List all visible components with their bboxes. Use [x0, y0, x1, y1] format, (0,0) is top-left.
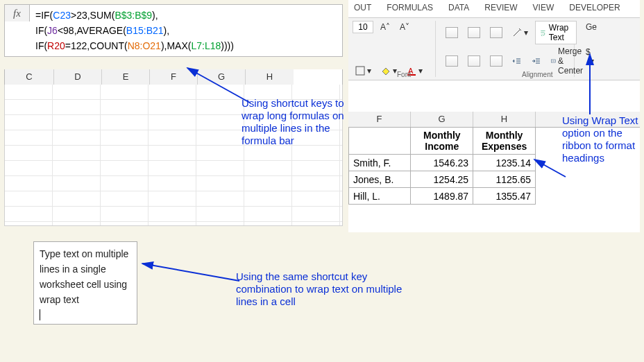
table-cell[interactable]: Smith, F. [349, 155, 411, 171]
range-ref: L7:L18 [191, 40, 221, 51]
fx-icon[interactable]: fx [5, 5, 30, 21]
orientation-button[interactable]: ▾ [509, 26, 531, 39]
formula-text: IF( [35, 25, 47, 36]
currency-button[interactable]: $ [583, 46, 600, 58]
wrap-text-cell[interactable]: Type text on multiple lines in a single … [33, 241, 137, 325]
range-ref: B15:B21 [126, 25, 164, 36]
decrease-font-button[interactable]: A˅ [397, 21, 412, 33]
decrease-indent-button[interactable] [509, 55, 525, 67]
cell-ref: J6 [47, 25, 58, 36]
range-ref: B$3:B$9 [115, 10, 152, 21]
table-header-cell[interactable]: Monthly Expenses [473, 128, 536, 155]
font-size-input[interactable]: 10 [353, 21, 373, 33]
table-cell[interactable]: 1355.47 [473, 188, 536, 205]
table-cell[interactable]: Hill, L. [349, 188, 411, 205]
table-cell[interactable]: 1489.87 [411, 188, 473, 205]
data-table: Monthly Income Monthly Expenses Smith, F… [348, 128, 536, 205]
svg-rect-0 [356, 67, 364, 75]
align-middle-button[interactable] [465, 26, 483, 40]
table-header-cell[interactable] [349, 128, 411, 155]
svg-line-5 [142, 264, 239, 281]
ribbon-tab[interactable]: VIEW [533, 3, 554, 17]
indent-right-icon [532, 56, 541, 66]
formula-text: =122,COUNT( [65, 40, 128, 51]
align-center-icon [468, 55, 480, 67]
ribbon-group-label: Alignment [522, 71, 552, 78]
formula-bar: fx =IF(C23>23,SUM(B$3:B$9), IF(J6<98,AVE… [4, 4, 343, 57]
ribbon-tab[interactable]: DATA [448, 3, 469, 17]
table-header-row: Monthly Income Monthly Expenses [349, 128, 536, 155]
align-top-icon [446, 27, 458, 38]
orientation-icon [512, 28, 522, 37]
increase-font-button[interactable]: A˄ [378, 21, 393, 33]
table-cell[interactable]: 1546.23 [411, 155, 473, 171]
ribbon-tab[interactable]: REVIEW [484, 3, 517, 17]
align-bottom-icon [490, 27, 502, 38]
formula-input[interactable]: =IF(C23>23,SUM(B$3:B$9), IF(J6<98,AVERAG… [30, 5, 342, 56]
align-bottom-button[interactable] [487, 26, 505, 40]
callout-wrap-text-ribbon: Using Wrap Text option on the ribbon to … [562, 114, 638, 164]
ribbon-tabs: OUT FORMULAS DATA REVIEW VIEW DEVELOPER [348, 0, 640, 18]
formula-text: >23,SUM( [71, 10, 115, 21]
table-cell[interactable]: 1235.14 [473, 155, 536, 171]
table-cell[interactable]: 1125.65 [473, 171, 536, 188]
column-header[interactable]: D [54, 69, 102, 85]
wrap-text-button[interactable]: Wrap Text [535, 21, 577, 44]
ribbon-tab[interactable]: FORMULAS [387, 3, 433, 17]
table-cell[interactable]: 1254.25 [411, 171, 473, 188]
formula-text: ), [152, 10, 158, 21]
general-button-fragment[interactable]: Ge [583, 21, 600, 33]
wrap-text-label: Wrap Text [549, 23, 573, 42]
ribbon-body: 10 A˄ A˅ ▾ ▾ A▾ Font [348, 18, 640, 80]
align-top-button[interactable] [443, 26, 461, 40]
align-right-button[interactable] [487, 54, 505, 68]
ribbon-tab[interactable]: DEVELOPER [569, 3, 620, 17]
formula-text: IF( [35, 40, 47, 51]
table-row: Jones, B. 1254.25 1125.65 [349, 171, 536, 188]
column-header[interactable]: E [102, 69, 150, 85]
indent-left-icon [512, 56, 522, 66]
column-header[interactable]: F [150, 69, 198, 85]
align-middle-icon [468, 27, 480, 38]
formula-text: ), [164, 25, 170, 36]
callout-cell-wrap: Using the same shortcut key combination … [236, 270, 423, 308]
text-cursor [40, 309, 40, 320]
callout-formula-bar: Using shortcut keys to wrap long formula… [242, 97, 346, 147]
cell-text: Type text on multiple lines in a single … [40, 248, 128, 305]
column-header[interactable]: F [348, 112, 411, 127]
column-header[interactable]: H [473, 112, 536, 127]
wrap-text-icon [540, 28, 546, 37]
ribbon-group-label: Font [397, 71, 411, 78]
increase-indent-button[interactable] [529, 55, 544, 67]
align-left-icon [446, 55, 458, 67]
formula-text: =IF( [35, 10, 53, 21]
table-row: Hill, L. 1489.87 1355.47 [349, 188, 536, 205]
align-right-icon [490, 55, 502, 67]
range-ref: N8:O21 [128, 40, 161, 51]
column-header[interactable]: G [411, 112, 473, 127]
table-header-cell[interactable]: Monthly Income [411, 128, 473, 155]
align-center-button[interactable] [465, 54, 483, 68]
align-left-button[interactable] [443, 54, 461, 68]
bucket-icon [381, 66, 391, 76]
cell-ref: C23 [53, 10, 71, 21]
ribbon-tab[interactable]: OUT [354, 3, 371, 17]
table-row: Smith, F. 1546.23 1235.14 [349, 155, 536, 171]
formula-text: )))) [221, 40, 234, 51]
borders-button[interactable]: ▾ [353, 64, 374, 77]
formula-text: ),MAX( [161, 40, 192, 51]
border-icon [355, 66, 365, 76]
cell-ref: R20 [47, 40, 65, 51]
column-header-row: C D E F G H [4, 69, 343, 85]
column-header[interactable]: C [5, 69, 54, 85]
column-header[interactable]: H [246, 69, 294, 85]
column-header[interactable]: G [198, 69, 246, 85]
table-cell[interactable]: Jones, B. [349, 171, 411, 188]
formula-text: <98,AVERAGE( [58, 25, 126, 36]
merge-icon [551, 56, 556, 66]
